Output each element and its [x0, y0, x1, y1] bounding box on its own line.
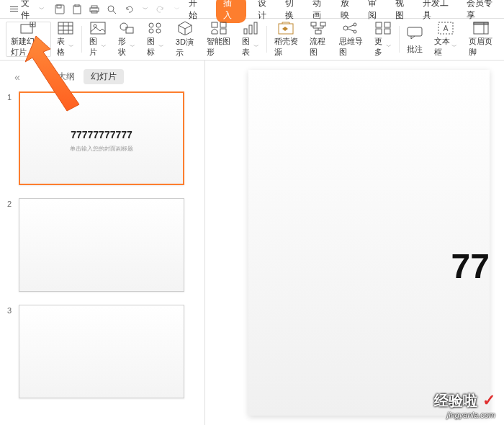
icon-label: 图标 [147, 36, 157, 58]
resource-button[interactable]: 稻壳资源 [269, 22, 304, 57]
chart-label: 图表 [242, 36, 252, 58]
svg-point-24 [149, 29, 153, 33]
checkmark-icon: ✓ [482, 391, 495, 409]
print-icon[interactable] [89, 4, 99, 14]
new-slide-button[interactable]: 新建幻灯片﹀ [6, 22, 51, 57]
tab-start[interactable]: 开始 [189, 0, 204, 22]
resource-label: 稻壳资源 [274, 36, 298, 58]
more-label: 更多 [374, 36, 384, 58]
3d-demo-button[interactable]: 3D演示 [170, 22, 201, 57]
smartart-icon [211, 22, 227, 35]
mindmap-icon [343, 22, 359, 35]
slide-thumbnail[interactable] [19, 305, 184, 398]
svg-point-7 [108, 6, 114, 12]
watermark-sub: jingyanla.com [434, 411, 495, 419]
textbox-button[interactable]: A 文本框﹀ [428, 22, 463, 57]
flowchart-button[interactable]: 流程图 [304, 22, 333, 57]
chevron-down-icon: ﹀ [158, 42, 164, 50]
table-button[interactable]: 表格﹀ [51, 22, 80, 57]
textbox-label: 文本框 [434, 36, 450, 58]
outline-tab[interactable]: 大纲 [58, 71, 75, 83]
svg-rect-5 [91, 6, 97, 8]
cube-icon [177, 21, 193, 35]
tab-design[interactable]: 设计 [258, 0, 274, 22]
thumb-subtitle: 单击输入您的封面副标题 [20, 145, 183, 153]
slide-number: 1 [7, 91, 19, 185]
tab-view[interactable]: 视图 [395, 0, 411, 22]
tab-insert[interactable]: 插入 [216, 0, 246, 23]
3d-demo-label: 3D演示 [176, 37, 195, 58]
more-button[interactable]: 更多﹀ [369, 22, 397, 57]
slide-thumbnail[interactable]: 77777777777 单击输入您的封面副标题 [19, 91, 184, 185]
table-icon [58, 22, 73, 35]
file-label: 文件 [21, 0, 37, 22]
flowchart-icon [310, 22, 326, 35]
svg-point-19 [94, 24, 96, 27]
tab-member[interactable]: 会员专享 [467, 0, 498, 22]
chart-icon [243, 22, 258, 35]
chevron-down-icon[interactable]: ﹀ [174, 5, 180, 13]
chevron-down-icon[interactable]: ﹀ [143, 5, 148, 13]
icon-button[interactable]: 图标﹀ [141, 22, 170, 57]
mindmap-button[interactable]: 思维导图 [333, 22, 369, 57]
table-label: 表格 [57, 36, 67, 58]
svg-rect-49 [384, 29, 390, 34]
chevron-down-icon: ﹀ [253, 42, 259, 50]
svg-rect-30 [244, 29, 247, 34]
svg-line-45 [348, 29, 354, 31]
slides-tab[interactable]: 幻灯片 [84, 69, 124, 84]
svg-rect-9 [21, 24, 32, 33]
svg-rect-34 [311, 22, 316, 26]
header-footer-label: 页眉页脚 [469, 36, 492, 58]
comment-label: 批注 [407, 44, 423, 55]
paste-icon[interactable] [72, 4, 82, 14]
shape-button[interactable]: 形状﹀ [112, 22, 141, 57]
svg-point-25 [156, 29, 161, 33]
chevron-down-icon: ﹀ [39, 5, 45, 13]
tab-animation[interactable]: 动画 [312, 0, 328, 22]
svg-point-22 [149, 23, 153, 27]
header-footer-button[interactable]: 页眉页脚 [463, 22, 498, 57]
shape-icon [119, 22, 135, 35]
chart-button[interactable]: 图表﹀ [236, 22, 265, 57]
comment-button[interactable]: 批注 [401, 22, 428, 57]
tab-switch[interactable]: 切换 [285, 0, 301, 22]
chevron-down-icon: ﹀ [451, 42, 457, 50]
picture-button[interactable]: 图片﹀ [84, 22, 112, 57]
resource-icon [278, 22, 294, 35]
more-icon [375, 22, 391, 35]
svg-point-23 [156, 23, 161, 27]
chevron-down-icon: ﹀ [386, 42, 392, 50]
slide-thumbnail[interactable] [19, 198, 184, 292]
file-menu-button[interactable]: 文件 ﹀ [6, 0, 49, 18]
svg-point-43 [354, 30, 356, 33]
svg-rect-28 [220, 22, 226, 27]
flowchart-label: 流程图 [310, 36, 328, 58]
tab-review[interactable]: 审阅 [368, 0, 384, 22]
slide-panel: « 大纲 幻灯片 1 77777777777 单击输入您的封面副标题 2 3 [0, 61, 205, 425]
hamburger-icon [10, 5, 18, 13]
svg-line-44 [348, 25, 354, 27]
svg-rect-13 [58, 22, 73, 34]
mindmap-label: 思维导图 [339, 36, 363, 58]
chevron-down-icon: ﹀ [101, 42, 107, 50]
svg-rect-46 [376, 22, 382, 27]
undo-icon[interactable] [124, 4, 134, 14]
picture-label: 图片 [89, 36, 99, 58]
svg-rect-54 [474, 22, 488, 24]
chevron-down-icon: ﹀ [130, 42, 135, 50]
collapse-panel-icon[interactable]: « [14, 71, 20, 83]
slide-canvas[interactable]: 77 [248, 70, 490, 416]
save-icon[interactable] [55, 4, 65, 14]
preview-icon[interactable] [107, 4, 117, 14]
redo-icon[interactable] [156, 4, 166, 14]
svg-rect-31 [249, 25, 252, 34]
watermark: 经验啦 ✓ jingyanla.com [434, 391, 495, 419]
canvas-area: 77 [205, 61, 504, 425]
icon-gallery-icon [148, 22, 163, 35]
tab-play[interactable]: 放映 [341, 0, 356, 22]
svg-point-42 [354, 23, 356, 26]
tab-devtools[interactable]: 开发工具 [423, 0, 454, 22]
smartart-button[interactable]: 智能图形 [201, 22, 236, 57]
svg-text:A: A [443, 24, 448, 32]
